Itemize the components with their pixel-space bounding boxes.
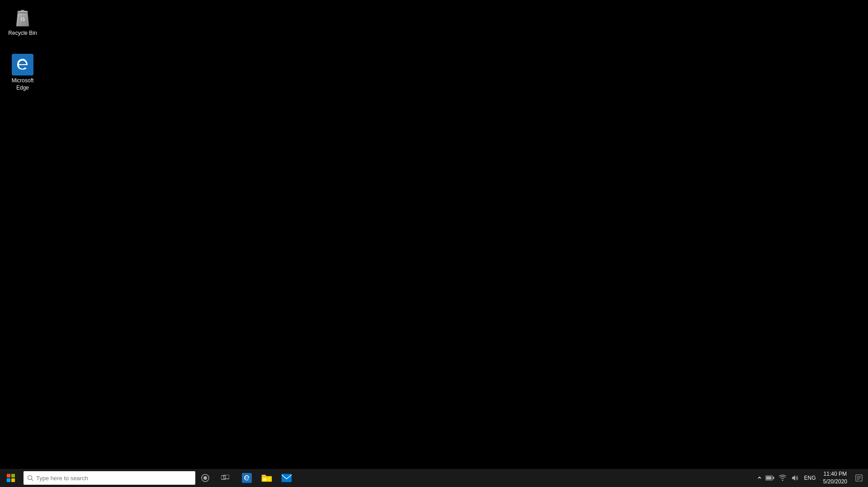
svg-rect-7 (7, 474, 10, 478)
microsoft-edge-label: Microsoft Edge (12, 77, 34, 91)
microsoft-edge-desktop-icon[interactable]: Microsoft Edge (5, 52, 41, 93)
svg-rect-21 (766, 477, 771, 480)
svg-rect-8 (11, 474, 15, 478)
svg-rect-9 (7, 478, 10, 482)
svg-rect-18 (282, 474, 292, 482)
system-tray: ENG 11:40 PM 5/20/2020 (755, 469, 868, 487)
language-indicator[interactable]: ENG (802, 469, 819, 487)
taskbar-file-explorer-button[interactable] (257, 469, 277, 487)
svg-rect-20 (773, 477, 774, 479)
task-view-button[interactable] (215, 469, 235, 487)
taskbar-edge-button[interactable] (237, 469, 257, 487)
svg-rect-17 (263, 478, 266, 481)
recycle-bin-label: Recycle Bin (8, 30, 37, 37)
notification-button[interactable] (852, 469, 866, 487)
taskbar-pinned-apps (237, 469, 297, 487)
edge-taskbar-icon (242, 473, 252, 483)
svg-point-22 (782, 480, 783, 481)
cortana-button[interactable] (195, 469, 215, 487)
microsoft-edge-image (12, 54, 33, 76)
recycle-bin-icon[interactable]: ♻ Recycle Bin (5, 5, 41, 39)
svg-rect-16 (224, 475, 229, 479)
tray-overflow-button[interactable] (755, 469, 764, 487)
clock-date: 5/20/2020 (823, 478, 847, 486)
clock-time: 11:40 PM (824, 470, 847, 478)
taskbar: ENG 11:40 PM 5/20/2020 (0, 469, 868, 487)
battery-icon[interactable] (764, 469, 776, 487)
taskbar-search-box[interactable] (24, 471, 195, 485)
svg-rect-10 (11, 478, 15, 482)
recycle-bin-image: ♻ (12, 6, 33, 28)
volume-icon[interactable] (789, 469, 802, 487)
clock-date[interactable]: 11:40 PM 5/20/2020 (819, 469, 852, 487)
svg-point-11 (28, 476, 32, 480)
network-icon[interactable] (776, 469, 789, 487)
svg-point-14 (203, 476, 207, 480)
desktop: ♻ Recycle Bin Microsoft (0, 0, 868, 469)
search-icon (27, 475, 33, 481)
svg-rect-2 (21, 10, 24, 11)
start-button[interactable] (0, 469, 22, 487)
taskbar-mail-button[interactable] (277, 469, 297, 487)
svg-line-12 (32, 479, 33, 481)
search-input[interactable] (36, 475, 192, 482)
